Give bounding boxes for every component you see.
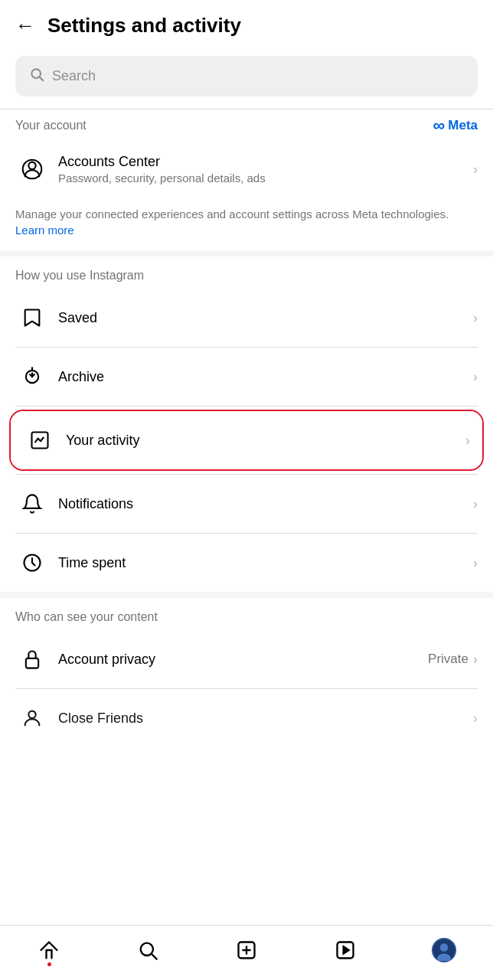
- lock-icon: [15, 642, 49, 676]
- nav-profile[interactable]: [421, 931, 467, 969]
- bookmark-icon: [15, 301, 49, 335]
- notifications-title: Notifications: [58, 496, 473, 512]
- archive-item[interactable]: Archive ›: [0, 348, 493, 406]
- search-nav-icon: [137, 939, 158, 961]
- page-title: Settings and activity: [47, 14, 241, 38]
- learn-more-link[interactable]: Learn more: [15, 224, 74, 237]
- how-you-use-label: How you use Instagram: [0, 256, 493, 289]
- clock-icon: [15, 546, 49, 580]
- archive-text: Archive: [58, 369, 473, 385]
- svg-rect-6: [26, 658, 38, 668]
- account-privacy-title: Account privacy: [58, 652, 428, 668]
- header: ← Settings and activity: [0, 0, 493, 48]
- meta-infinity-icon: ∞: [433, 116, 446, 136]
- svg-point-2: [28, 162, 35, 169]
- nav-add[interactable]: [224, 931, 269, 969]
- archive-icon: [15, 360, 49, 394]
- svg-line-1: [40, 77, 44, 81]
- add-icon: [236, 939, 257, 961]
- accounts-center-title: Accounts Center: [58, 154, 473, 170]
- activity-icon: [23, 423, 57, 457]
- archive-title: Archive: [58, 369, 473, 385]
- profile-avatar: [432, 938, 456, 962]
- home-dot: [47, 962, 51, 966]
- home-icon: [38, 939, 60, 961]
- saved-text: Saved: [58, 310, 473, 326]
- nav-reels[interactable]: [322, 931, 368, 969]
- reels-icon: [335, 939, 356, 961]
- saved-item[interactable]: Saved ›: [0, 289, 493, 347]
- search-container: Search: [0, 48, 493, 109]
- nav-home[interactable]: [26, 931, 72, 969]
- close-friends-chevron: ›: [473, 710, 478, 727]
- your-activity-item[interactable]: Your activity ›: [11, 411, 482, 469]
- close-friends-title: Close Friends: [58, 710, 473, 727]
- meta-label: Meta: [448, 118, 478, 133]
- account-privacy-text: Account privacy: [58, 652, 428, 668]
- svg-point-16: [439, 943, 448, 952]
- saved-chevron: ›: [473, 310, 478, 326]
- close-friends-item[interactable]: Close Friends ›: [0, 689, 493, 747]
- time-spent-chevron: ›: [473, 555, 478, 571]
- accounts-center-text: Accounts Center Password, security, pers…: [58, 154, 473, 185]
- nav-search[interactable]: [125, 931, 171, 969]
- search-placeholder: Search: [52, 68, 96, 84]
- notifications-text: Notifications: [58, 496, 473, 512]
- avatar-image: [433, 939, 455, 961]
- search-icon: [29, 67, 44, 86]
- section-divider-1: [0, 250, 493, 256]
- accounts-center-icon: [15, 152, 49, 186]
- time-spent-text: Time spent: [58, 555, 473, 571]
- saved-title: Saved: [58, 310, 473, 326]
- svg-point-7: [28, 711, 35, 718]
- your-account-label: Your account: [15, 119, 87, 132]
- section-divider-2: [0, 592, 493, 598]
- your-activity-title: Your activity: [66, 433, 465, 449]
- account-privacy-value: Private: [428, 652, 469, 667]
- time-spent-title: Time spent: [58, 555, 473, 571]
- meta-logo: ∞ Meta: [433, 116, 478, 136]
- account-privacy-chevron: ›: [473, 652, 478, 668]
- bell-icon: [15, 487, 49, 521]
- account-privacy-item[interactable]: Account privacy Private ›: [0, 630, 493, 688]
- your-activity-wrapper: Your activity ›: [9, 410, 484, 471]
- who-can-see-label: Who can see your content: [0, 598, 493, 630]
- archive-chevron: ›: [473, 369, 478, 385]
- bottom-nav: [0, 925, 493, 980]
- time-spent-item[interactable]: Time spent ›: [0, 534, 493, 592]
- notifications-chevron: ›: [473, 496, 478, 512]
- manage-text: Manage your connected experiences and ac…: [0, 200, 493, 250]
- back-button[interactable]: ←: [15, 14, 35, 38]
- divider-archive: [15, 406, 478, 407]
- accounts-center-subtitle: Password, security, personal details, ad…: [58, 172, 473, 185]
- close-friends-text: Close Friends: [58, 710, 473, 727]
- notifications-item[interactable]: Notifications ›: [0, 475, 493, 533]
- your-activity-chevron: ›: [465, 433, 470, 449]
- search-bar[interactable]: Search: [15, 56, 478, 96]
- svg-marker-14: [343, 946, 348, 953]
- accounts-center-chevron: ›: [473, 162, 478, 178]
- your-activity-text: Your activity: [66, 433, 465, 449]
- accounts-center-item[interactable]: Accounts Center Password, security, pers…: [0, 139, 493, 200]
- close-friends-icon: [15, 701, 49, 735]
- your-account-header: Your account ∞ Meta: [0, 109, 493, 139]
- svg-line-9: [152, 954, 156, 959]
